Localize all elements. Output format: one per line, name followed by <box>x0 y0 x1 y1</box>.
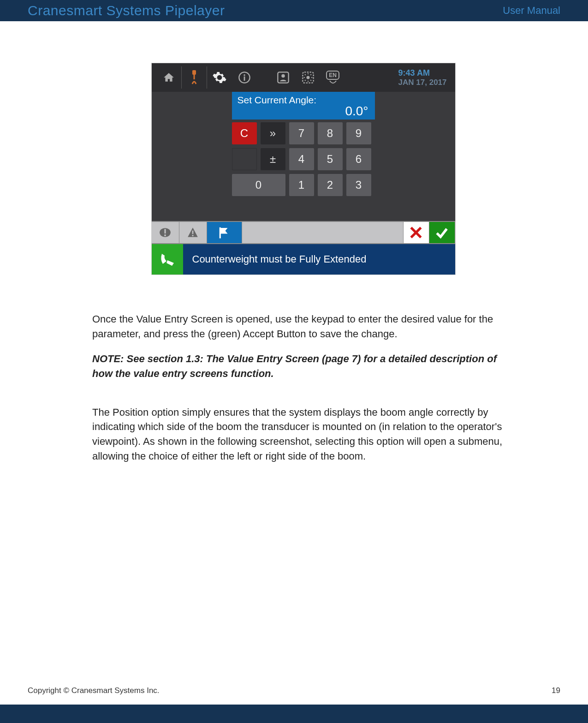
svg-rect-0 <box>192 70 196 75</box>
tab-info-icon[interactable] <box>152 222 179 243</box>
key-6[interactable]: 6 <box>346 148 371 170</box>
tabbar-spacer <box>242 222 404 243</box>
hmi-tabbar <box>152 221 455 244</box>
svg-rect-3 <box>244 77 245 81</box>
crane-icon[interactable] <box>182 63 207 92</box>
svg-point-2 <box>244 74 245 76</box>
document-title: Cranesmart Systems Pipelayer <box>28 3 225 18</box>
info-icon[interactable] <box>232 63 257 92</box>
footer-bar <box>0 705 588 723</box>
page-footer: Copyright © Cranesmart Systems Inc. 19 <box>28 686 560 695</box>
home-icon[interactable] <box>156 63 181 92</box>
svg-line-13 <box>310 80 311 81</box>
key-1[interactable]: 1 <box>289 174 314 196</box>
key-backspace[interactable]: » <box>261 122 285 144</box>
keypad: C » 7 8 9 ± 4 5 6 0 1 2 3 <box>232 122 375 201</box>
page-content: EN 9:43 AM JAN 17, 2017 Set Current Angl… <box>0 21 588 464</box>
paragraph-1: Once the Value Entry Screen is opened, u… <box>92 312 514 341</box>
hmi-main: Set Current Angle: 0.0° C » 7 8 9 ± 4 5 … <box>152 92 455 221</box>
key-4[interactable]: 4 <box>289 148 314 170</box>
svg-point-18 <box>164 234 166 236</box>
svg-line-14 <box>305 80 306 81</box>
accept-button[interactable] <box>429 222 455 243</box>
message-text: Counterweight must be Fully Extended <box>183 253 367 265</box>
clock: 9:43 AM JAN 17, 2017 <box>398 68 451 87</box>
svg-rect-19 <box>192 231 194 234</box>
angle-display: Set Current Angle: 0.0° <box>232 92 375 120</box>
hmi-message-bar: Counterweight must be Fully Extended <box>152 244 455 275</box>
key-blank <box>232 148 257 170</box>
note-paragraph: NOTE: See section 1.3: The Value Entry S… <box>92 352 514 381</box>
language-icon[interactable]: EN <box>321 63 345 92</box>
key-2[interactable]: 2 <box>318 174 343 196</box>
key-8[interactable]: 8 <box>318 122 343 144</box>
angle-value: 0.0° <box>345 104 368 119</box>
svg-point-5 <box>281 74 285 78</box>
user-icon[interactable] <box>271 63 296 92</box>
svg-line-15 <box>310 74 311 75</box>
brightness-icon[interactable] <box>296 63 321 92</box>
tab-warning-icon[interactable] <box>179 222 207 243</box>
key-3[interactable]: 3 <box>346 174 371 196</box>
hmi-screenshot: EN 9:43 AM JAN 17, 2017 Set Current Angl… <box>151 63 456 275</box>
hmi-toolbar: EN 9:43 AM JAN 17, 2017 <box>152 63 455 92</box>
gear-icon[interactable] <box>207 63 232 92</box>
key-0[interactable]: 0 <box>232 174 285 196</box>
language-label: EN <box>326 71 339 80</box>
svg-point-7 <box>306 76 309 79</box>
key-5[interactable]: 5 <box>318 148 343 170</box>
document-subtitle: User Manual <box>503 5 560 17</box>
svg-line-12 <box>305 74 306 75</box>
cancel-button[interactable] <box>404 222 429 243</box>
time-label: 9:43 AM <box>398 68 447 78</box>
tab-flag-icon[interactable] <box>207 222 242 243</box>
date-label: JAN 17, 2017 <box>398 78 447 87</box>
counterweight-icon <box>152 244 183 275</box>
key-9[interactable]: 9 <box>346 122 371 144</box>
svg-point-20 <box>192 235 193 236</box>
page-number: 19 <box>552 686 560 695</box>
key-clear[interactable]: C <box>232 122 257 144</box>
document-header: Cranesmart Systems Pipelayer User Manual <box>0 0 588 21</box>
paragraph-2: The Position option simply ensures that … <box>92 405 514 464</box>
copyright: Copyright © Cranesmart Systems Inc. <box>28 686 160 695</box>
svg-rect-17 <box>164 229 166 233</box>
key-plusminus[interactable]: ± <box>261 148 285 170</box>
key-7[interactable]: 7 <box>289 122 314 144</box>
